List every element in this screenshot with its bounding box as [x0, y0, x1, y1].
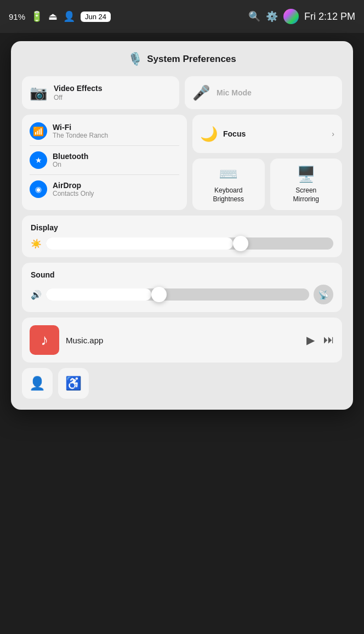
video-off-icon: 📷: [30, 84, 47, 101]
sound-title: Sound: [31, 270, 333, 279]
screen-mirroring-card[interactable]: 🖥️ ScreenMirroring: [270, 158, 343, 210]
user-accounts-icon: 👤: [29, 376, 46, 391]
menubar: 91% 🔋 ⏏ 👤 Jun 24 🔍 ⚙️ Fri 2:12 PM: [0, 0, 364, 33]
time-display: Fri 2:12 PM: [304, 11, 355, 22]
network-divider-1: [30, 145, 179, 146]
siri-icon[interactable]: [283, 9, 299, 24]
focus-label: Focus: [223, 129, 246, 138]
wifi-label: Wi-Fi: [53, 123, 108, 132]
brightness-thumb[interactable]: [233, 236, 248, 251]
right-col: 🌙 Focus › ⌨️ KeyboardBrightness 🖥️ Scree…: [192, 115, 342, 210]
bluetooth-label: Bluetooth: [53, 152, 88, 161]
keyboard-screen-row: ⌨️ KeyboardBrightness 🖥️ ScreenMirroring: [192, 158, 342, 210]
airdrop-icon: ◉: [35, 185, 42, 194]
chevron-right-icon: ›: [332, 129, 334, 138]
wifi-icon-circle: 📶: [30, 122, 47, 140]
video-effects-card[interactable]: 📷 Video Effects Off: [22, 76, 179, 109]
volume-thumb[interactable]: [151, 287, 167, 302]
user-accounts-button[interactable]: 👤: [22, 368, 53, 399]
brightness-track[interactable]: [46, 237, 333, 250]
volume-icon: 🔊: [31, 290, 42, 300]
user-icon[interactable]: 👤: [63, 10, 75, 22]
volume-slider-container[interactable]: 🔊 📡: [31, 285, 333, 304]
date-chip[interactable]: Jun 24: [81, 12, 111, 22]
moon-icon: 🌙: [200, 126, 218, 143]
video-effects-title: Video Effects: [54, 84, 102, 93]
bluetooth-status: On: [53, 161, 88, 168]
bluetooth-item[interactable]: ★ Bluetooth On: [30, 151, 179, 169]
brightness-fill: [46, 237, 233, 250]
airdrop-icon-circle: ◉: [30, 180, 47, 198]
keyboard-brightness-icon: ⌨️: [219, 165, 238, 183]
menubar-right: 🔍 ⚙️ Fri 2:12 PM: [248, 9, 355, 24]
brightness-icon: ☀️: [31, 239, 42, 249]
microphone-icon: 🎙️: [128, 52, 143, 66]
display-section: Display ☀️: [22, 216, 342, 257]
row-network-focus: 📶 Wi-Fi The Tondee Ranch ★ Bluetooth On: [22, 115, 342, 210]
accessibility-icon: ♿: [65, 376, 82, 391]
wifi-text: Wi-Fi The Tondee Ranch: [53, 123, 108, 139]
airdrop-label: AirDrop: [53, 181, 94, 190]
bottom-row: 👤 ♿: [22, 368, 342, 399]
sound-section: Sound 🔊 📡: [22, 263, 342, 312]
panel-title: System Preferences: [147, 54, 236, 65]
battery-percent: 91%: [9, 12, 25, 21]
mic-icon: 🎤: [192, 84, 210, 101]
brightness-slider-container[interactable]: ☀️: [31, 237, 333, 250]
video-effects-status: Off: [54, 94, 102, 101]
battery-icon: 🔋: [31, 10, 43, 22]
network-divider-2: [30, 174, 179, 175]
display-title: Display: [31, 223, 333, 232]
fast-forward-button[interactable]: ⏭: [323, 333, 334, 347]
bluetooth-text: Bluetooth On: [53, 152, 88, 168]
menubar-left: 91% 🔋 ⏏ 👤 Jun 24: [9, 10, 111, 22]
play-button[interactable]: ▶: [306, 333, 315, 347]
mic-mode-labels: Mic Mode: [217, 88, 252, 97]
mic-mode-title: Mic Mode: [217, 88, 252, 97]
airdrop-text: AirDrop Contacts Only: [53, 181, 94, 197]
mic-mode-card[interactable]: 🎤 Mic Mode: [185, 76, 342, 109]
airplay-icon: 📡: [318, 290, 329, 300]
panel-header: 🎙️ System Preferences: [22, 52, 342, 66]
accessibility-button[interactable]: ♿: [58, 368, 89, 399]
network-card[interactable]: 📶 Wi-Fi The Tondee Ranch ★ Bluetooth On: [22, 115, 187, 210]
keyboard-brightness-label: KeyboardBrightness: [213, 186, 244, 203]
music-label: Music.app: [66, 336, 300, 345]
screen-mirroring-label: ScreenMirroring: [293, 186, 319, 203]
music-section[interactable]: ♪ Music.app ▶ ⏭: [22, 318, 342, 363]
screen-mirroring-icon: 🖥️: [297, 165, 316, 183]
wifi-icon: 📶: [33, 126, 44, 137]
control-center-panel: 🎙️ System Preferences 📷 Video Effects Of…: [11, 41, 353, 410]
wifi-item[interactable]: 📶 Wi-Fi The Tondee Ranch: [30, 122, 179, 140]
volume-fill: [46, 288, 151, 301]
airdrop-item[interactable]: ◉ AirDrop Contacts Only: [30, 180, 179, 198]
keyboard-brightness-card[interactable]: ⌨️ KeyboardBrightness: [192, 158, 265, 210]
video-effects-labels: Video Effects Off: [54, 84, 102, 101]
search-icon[interactable]: 🔍: [248, 10, 260, 22]
wifi-network: The Tondee Ranch: [53, 132, 108, 139]
row-video-mic: 📷 Video Effects Off 🎤 Mic Mode: [22, 76, 342, 109]
volume-track[interactable]: [46, 288, 309, 301]
eject-icon[interactable]: ⏏: [48, 10, 58, 22]
focus-card[interactable]: 🌙 Focus ›: [192, 115, 342, 153]
bluetooth-icon-circle: ★: [30, 151, 47, 169]
control-center-icon[interactable]: ⚙️: [266, 10, 278, 22]
music-app-icon: ♪: [30, 325, 59, 355]
music-controls: ▶ ⏭: [306, 333, 334, 347]
music-note-icon: ♪: [41, 331, 48, 349]
airplay-button[interactable]: 📡: [314, 285, 333, 304]
airdrop-status: Contacts Only: [53, 190, 94, 197]
bluetooth-icon: ★: [35, 156, 42, 165]
